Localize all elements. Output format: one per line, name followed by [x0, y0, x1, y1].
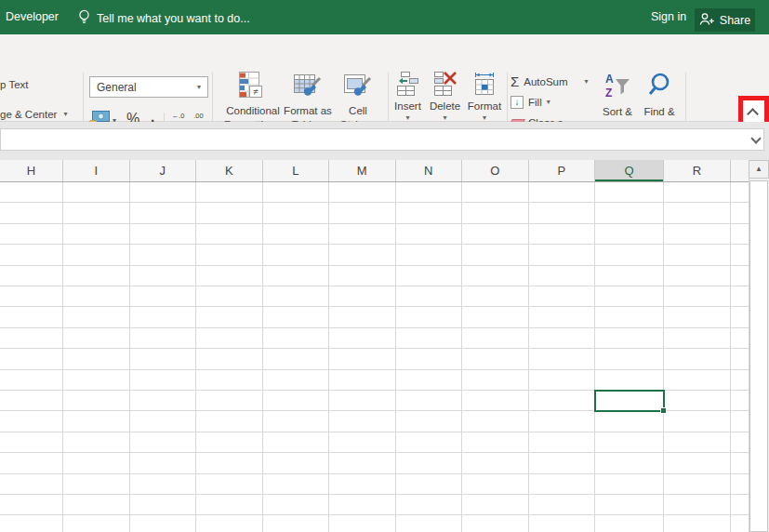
column-header-m[interactable]: M: [329, 160, 396, 181]
lightbulb-icon: [78, 9, 90, 28]
column-header-l[interactable]: L: [263, 160, 330, 181]
delete-label: Delete: [430, 100, 460, 112]
sort-z-letter: Z: [605, 86, 612, 100]
autosum-label: AutoSum: [524, 76, 567, 87]
fill-handle[interactable]: [660, 407, 667, 414]
merge-center-label: ge & Center: [0, 109, 57, 120]
grid-column: [529, 182, 596, 532]
merge-center-button[interactable]: ge & Center ▾: [0, 109, 67, 120]
grid-column: [664, 182, 731, 532]
number-format-value: General: [97, 81, 137, 94]
sort-a-letter: A: [605, 73, 614, 86]
grid-column: [196, 182, 263, 532]
excel-window: Developer Tell me what you want to do...…: [0, 0, 769, 532]
grid-column: [0, 182, 63, 532]
scrollbar-thumb[interactable]: [749, 180, 768, 532]
cell-styles-icon: [344, 72, 372, 101]
conditional-formatting-icon: ≠: [239, 72, 267, 101]
formula-bar-area: [0, 122, 769, 160]
insert-cells-icon: [397, 72, 419, 98]
grid-column: [595, 182, 664, 532]
cell-styles-label-1: Cell: [340, 104, 377, 118]
share-button[interactable]: Share: [695, 8, 755, 32]
grid-column: [130, 182, 197, 532]
scroll-up-button[interactable]: ▲: [749, 160, 769, 179]
sign-in-link[interactable]: Sign in: [651, 10, 686, 23]
format-as-table-label-1: Format as: [284, 104, 332, 118]
not-equal-icon: ≠: [253, 86, 259, 97]
increase-decimal-top: .0: [179, 112, 184, 120]
formula-bar-input[interactable]: [0, 128, 764, 151]
sort-filter-label-1: Sort &: [603, 105, 633, 119]
conditional-formatting-label-1: Conditional: [224, 104, 282, 118]
chevron-down-icon: ▾: [405, 114, 409, 122]
sigma-icon: Σ: [510, 75, 519, 88]
delete-cells-button[interactable]: Delete ▾: [428, 72, 462, 122]
column-header-i[interactable]: I: [63, 160, 130, 181]
chevron-down-icon: ▾: [585, 78, 589, 86]
format-as-table-icon: [294, 72, 322, 101]
column-header-h[interactable]: H: [0, 160, 63, 181]
arrow-left-icon: ←: [172, 112, 179, 120]
ribbon: p Text ge & Center ▾ General ▾ ▾ % , ←.0…: [0, 34, 769, 122]
column-header-o[interactable]: O: [462, 160, 529, 181]
insert-label: Insert: [394, 100, 421, 112]
column-header-n[interactable]: N: [396, 160, 463, 181]
format-cells-icon: [472, 72, 497, 98]
column-headers: H I J K L M N O P Q R: [0, 160, 749, 182]
format-label: Format: [468, 100, 501, 112]
grid-column: [731, 182, 749, 532]
column-header-r[interactable]: R: [664, 160, 731, 181]
column-header-p[interactable]: P: [529, 160, 596, 181]
tell-me-box[interactable]: Tell me what you want to do...: [78, 9, 250, 28]
sort-filter-icon: A Z: [603, 72, 631, 101]
autosum-button[interactable]: Σ AutoSum ▾: [510, 75, 589, 88]
find-select-label-1: Find &: [641, 105, 677, 119]
chevron-down-icon: ▾: [483, 114, 486, 122]
tell-me-label: Tell me what you want to do...: [97, 12, 250, 25]
column-header-k[interactable]: K: [196, 160, 263, 181]
fill-button[interactable]: ↓ Fill ▾: [510, 96, 550, 109]
number-format-dropdown[interactable]: General ▾: [89, 76, 208, 98]
format-cells-button[interactable]: Format ▾: [465, 72, 504, 122]
chevron-down-icon: ▾: [197, 84, 201, 91]
decrease-decimal-top: .00: [189, 112, 208, 120]
column-header-partial[interactable]: [731, 160, 749, 181]
chevron-down-icon: ▾: [63, 111, 67, 118]
insert-cells-button[interactable]: Insert ▾: [391, 72, 425, 122]
delete-cells-icon: [434, 72, 457, 98]
grid-column: [263, 182, 330, 532]
ribbon-tab-bar: Developer Tell me what you want to do...…: [0, 0, 769, 34]
fill-down-icon: ↓: [510, 96, 524, 109]
magnifier-icon: [647, 72, 671, 101]
grid-column: [396, 182, 463, 532]
triangle-up-icon: ▲: [755, 165, 762, 173]
wrap-text-button[interactable]: p Text: [0, 79, 28, 90]
tab-developer[interactable]: Developer: [6, 10, 59, 23]
fill-label: Fill: [528, 97, 542, 108]
column-header-q-selected[interactable]: Q: [595, 160, 664, 181]
sheet-grid[interactable]: [0, 182, 749, 532]
chevron-down-icon: ▾: [443, 114, 446, 122]
grid-column: [462, 182, 529, 532]
share-label: Share: [720, 14, 750, 27]
chevron-down-icon: ▾: [547, 99, 550, 106]
grid-column: [329, 182, 396, 532]
share-person-icon: [699, 12, 715, 29]
selected-cell[interactable]: [594, 390, 665, 412]
grid-column: [63, 182, 130, 532]
column-header-j[interactable]: J: [130, 160, 197, 181]
